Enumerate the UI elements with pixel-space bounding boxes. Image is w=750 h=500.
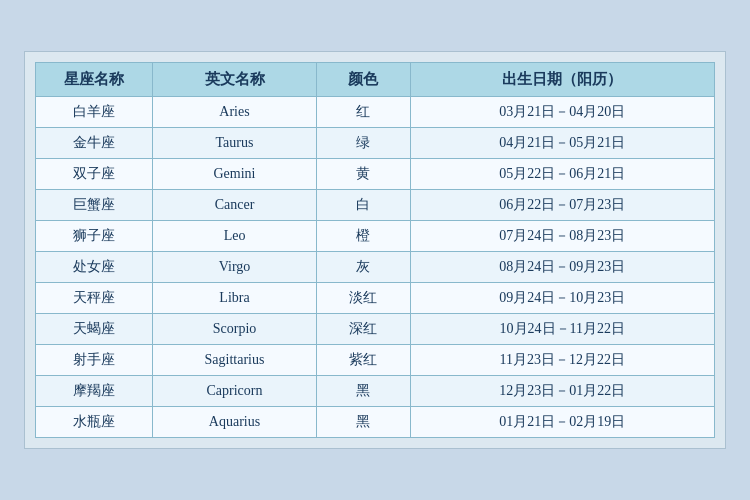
cell-color: 深红 <box>316 314 410 345</box>
cell-en-name: Aries <box>153 97 317 128</box>
cell-color: 白 <box>316 190 410 221</box>
cell-date: 05月22日－06月21日 <box>410 159 714 190</box>
cell-color: 紫红 <box>316 345 410 376</box>
cell-en-name: Virgo <box>153 252 317 283</box>
table-header-row: 星座名称 英文名称 颜色 出生日期（阳历） <box>36 63 715 97</box>
cell-zh-name: 狮子座 <box>36 221 153 252</box>
table-row: 摩羯座Capricorn黑12月23日－01月22日 <box>36 376 715 407</box>
cell-zh-name: 处女座 <box>36 252 153 283</box>
cell-color: 红 <box>316 97 410 128</box>
cell-date: 06月22日－07月23日 <box>410 190 714 221</box>
header-zh-name: 星座名称 <box>36 63 153 97</box>
cell-date: 12月23日－01月22日 <box>410 376 714 407</box>
cell-date: 07月24日－08月23日 <box>410 221 714 252</box>
cell-date: 09月24日－10月23日 <box>410 283 714 314</box>
cell-zh-name: 双子座 <box>36 159 153 190</box>
zodiac-table: 星座名称 英文名称 颜色 出生日期（阳历） 白羊座Aries红03月21日－04… <box>35 62 715 438</box>
table-row: 金牛座Taurus绿04月21日－05月21日 <box>36 128 715 159</box>
table-row: 天蝎座Scorpio深红10月24日－11月22日 <box>36 314 715 345</box>
header-date: 出生日期（阳历） <box>410 63 714 97</box>
table-row: 天秤座Libra淡红09月24日－10月23日 <box>36 283 715 314</box>
cell-date: 04月21日－05月21日 <box>410 128 714 159</box>
cell-zh-name: 摩羯座 <box>36 376 153 407</box>
header-color: 颜色 <box>316 63 410 97</box>
table-row: 双子座Gemini黄05月22日－06月21日 <box>36 159 715 190</box>
cell-en-name: Sagittarius <box>153 345 317 376</box>
table-row: 巨蟹座Cancer白06月22日－07月23日 <box>36 190 715 221</box>
cell-en-name: Gemini <box>153 159 317 190</box>
cell-en-name: Cancer <box>153 190 317 221</box>
table-row: 狮子座Leo橙07月24日－08月23日 <box>36 221 715 252</box>
cell-zh-name: 巨蟹座 <box>36 190 153 221</box>
table-row: 射手座Sagittarius紫红11月23日－12月22日 <box>36 345 715 376</box>
cell-zh-name: 天蝎座 <box>36 314 153 345</box>
cell-en-name: Taurus <box>153 128 317 159</box>
cell-color: 橙 <box>316 221 410 252</box>
cell-date: 11月23日－12月22日 <box>410 345 714 376</box>
cell-color: 黄 <box>316 159 410 190</box>
cell-en-name: Capricorn <box>153 376 317 407</box>
cell-color: 黑 <box>316 407 410 438</box>
cell-zh-name: 天秤座 <box>36 283 153 314</box>
table-row: 水瓶座Aquarius黑01月21日－02月19日 <box>36 407 715 438</box>
header-en-name: 英文名称 <box>153 63 317 97</box>
cell-color: 绿 <box>316 128 410 159</box>
cell-en-name: Leo <box>153 221 317 252</box>
cell-date: 08月24日－09月23日 <box>410 252 714 283</box>
cell-date: 03月21日－04月20日 <box>410 97 714 128</box>
cell-zh-name: 金牛座 <box>36 128 153 159</box>
cell-en-name: Scorpio <box>153 314 317 345</box>
cell-en-name: Libra <box>153 283 317 314</box>
cell-color: 淡红 <box>316 283 410 314</box>
cell-zh-name: 白羊座 <box>36 97 153 128</box>
zodiac-table-container: 星座名称 英文名称 颜色 出生日期（阳历） 白羊座Aries红03月21日－04… <box>24 51 726 449</box>
cell-date: 01月21日－02月19日 <box>410 407 714 438</box>
cell-color: 灰 <box>316 252 410 283</box>
cell-zh-name: 射手座 <box>36 345 153 376</box>
cell-zh-name: 水瓶座 <box>36 407 153 438</box>
table-row: 白羊座Aries红03月21日－04月20日 <box>36 97 715 128</box>
cell-color: 黑 <box>316 376 410 407</box>
table-row: 处女座Virgo灰08月24日－09月23日 <box>36 252 715 283</box>
cell-date: 10月24日－11月22日 <box>410 314 714 345</box>
cell-en-name: Aquarius <box>153 407 317 438</box>
